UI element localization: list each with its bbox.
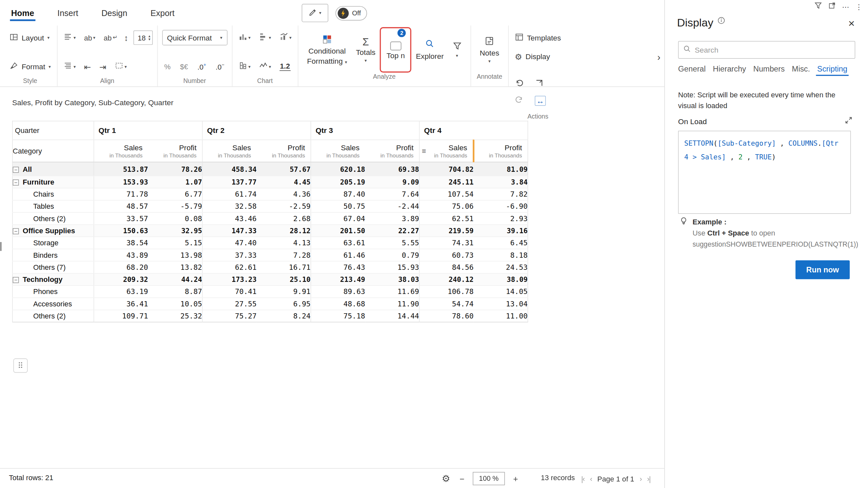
value-cell[interactable]: 11.90 <box>365 297 419 310</box>
value-cell[interactable]: 37.33 <box>203 249 256 261</box>
collapse-icon[interactable]: − <box>13 179 19 185</box>
measure-header[interactable]: Salesin Thousands <box>311 140 365 162</box>
value-cell[interactable]: 1.07 <box>148 176 203 188</box>
row-label-cell[interactable]: Chairs <box>12 188 94 200</box>
value-cell[interactable]: 71.78 <box>94 188 148 200</box>
zoom-in-button[interactable]: + <box>512 474 519 483</box>
value-cell[interactable]: 201.50 <box>311 225 365 237</box>
table-row[interactable]: −Furniture153.931.07137.774.45205.199.09… <box>12 176 528 188</box>
value-cell[interactable]: 75.06 <box>420 200 474 212</box>
value-cell[interactable]: 2.68 <box>256 212 311 224</box>
value-cell[interactable]: 61.46 <box>311 249 365 261</box>
value-cell[interactable]: 43.46 <box>203 212 256 224</box>
row-label-cell[interactable]: −All <box>12 162 94 176</box>
close-panel-button[interactable]: × <box>848 18 855 29</box>
tab-hierarchy[interactable]: Hierarchy <box>713 64 746 76</box>
quarter-column-header[interactable]: Qtr 3 <box>311 121 419 140</box>
value-cell[interactable]: 84.56 <box>420 261 474 274</box>
value-cell[interactable]: 5.55 <box>365 237 419 249</box>
value-cell[interactable]: 63.61 <box>311 237 365 249</box>
value-cell[interactable]: 27.55 <box>203 297 256 310</box>
quarter-column-header[interactable]: Qtr 1 <box>94 121 202 140</box>
value-cell[interactable]: 107.54 <box>420 188 474 200</box>
row-label-cell[interactable]: Others (2) <box>12 212 94 224</box>
value-cell[interactable]: 13.82 <box>148 261 203 274</box>
font-size-stepper[interactable]: 18 ▴▾ <box>133 30 152 45</box>
value-cell[interactable]: 4.13 <box>256 237 311 249</box>
value-cell[interactable]: -2.59 <box>256 200 311 212</box>
value-cell[interactable]: 74.31 <box>420 237 474 249</box>
row-label-cell[interactable]: Accessories <box>12 297 94 310</box>
quarter-column-header[interactable]: Qtr 4 <box>420 121 528 140</box>
value-cell[interactable]: 32.95 <box>148 225 203 237</box>
value-cell[interactable]: 153.93 <box>94 176 148 188</box>
drag-handle-button[interactable] <box>13 358 28 373</box>
value-cell[interactable]: 13.04 <box>474 297 528 310</box>
row-label-cell[interactable]: Others (7) <box>12 261 94 274</box>
value-cell[interactable]: 3.89 <box>365 212 419 224</box>
filter-icon[interactable] <box>814 2 822 12</box>
table-row[interactable]: Accessories36.4110.0527.556.9548.6811.90… <box>12 297 528 310</box>
tab-scripting[interactable]: Scripting <box>817 64 847 76</box>
row-label-cell[interactable]: Others (2) <box>12 310 94 322</box>
zoom-out-button[interactable]: − <box>459 474 466 483</box>
value-cell[interactable]: 11.69 <box>365 286 419 297</box>
decrease-indent-button[interactable]: ⇤ <box>82 61 93 71</box>
value-cell[interactable]: 10.05 <box>148 297 203 310</box>
format-button[interactable]: Format ▾ <box>8 60 53 73</box>
value-cell[interactable]: 213.49 <box>311 274 365 286</box>
collapse-panel-button[interactable]: › <box>655 51 663 64</box>
percent-format-button[interactable]: % <box>162 61 173 71</box>
value-cell[interactable]: 14.44 <box>365 310 419 322</box>
redo-button[interactable] <box>513 94 525 108</box>
stacked-chart-button[interactable]: ▾ <box>237 60 252 73</box>
value-cell[interactable]: 458.34 <box>203 162 256 176</box>
value-cell[interactable]: -5.79 <box>148 200 203 212</box>
value-cell[interactable]: -6.90 <box>474 200 528 212</box>
collapse-icon[interactable]: − <box>13 228 19 234</box>
value-cell[interactable]: 44.24 <box>148 274 203 286</box>
value-cell[interactable]: 240.12 <box>420 274 474 286</box>
currency-format-button[interactable]: $€ <box>178 61 190 71</box>
tab-home[interactable]: Home <box>10 3 35 23</box>
tab-insert[interactable]: Insert <box>56 3 79 23</box>
value-cell[interactable]: 15.93 <box>365 261 419 274</box>
table-row[interactable]: −Office Supplies150.6332.95147.3328.1220… <box>12 225 528 237</box>
resize-columns-button[interactable]: ↔ <box>533 95 548 107</box>
value-cell[interactable]: 219.59 <box>420 225 474 237</box>
value-cell[interactable]: 205.19 <box>311 176 365 188</box>
value-cell[interactable]: 4.45 <box>256 176 311 188</box>
quarter-column-header[interactable]: Qtr 2 <box>203 121 311 140</box>
collapse-icon[interactable]: − <box>13 277 19 283</box>
value-cell[interactable]: 150.63 <box>94 225 148 237</box>
expand-editor-icon[interactable] <box>845 116 852 126</box>
fit-to-window-button[interactable] <box>533 78 545 91</box>
last-page-button[interactable]: ›| <box>647 474 650 483</box>
value-cell[interactable]: 8.87 <box>148 286 203 297</box>
layout-button[interactable]: Layout ▾ <box>8 31 51 44</box>
bar-chart-button[interactable]: ▾ <box>237 31 252 45</box>
table-row[interactable]: Tables48.57-5.7932.58-2.5950.75-2.4475.0… <box>12 200 528 212</box>
wrap-text-button[interactable]: ab↵ <box>102 33 119 42</box>
value-cell[interactable]: 4.36 <box>256 188 311 200</box>
decimal-display-button[interactable]: 1.2 <box>278 61 292 72</box>
quick-format-dropdown[interactable]: Quick Format ▾ <box>162 30 227 46</box>
value-cell[interactable]: 173.23 <box>203 274 256 286</box>
increase-indent-button[interactable]: ⇥ <box>98 61 108 71</box>
row-height-icon[interactable]: ↕ <box>124 34 128 42</box>
table-row[interactable]: −Technology209.3244.24173.2325.10213.493… <box>12 274 528 286</box>
value-cell[interactable]: 69.38 <box>365 162 419 176</box>
value-cell[interactable]: 8.18 <box>474 249 528 261</box>
value-cell[interactable]: 513.87 <box>94 162 148 176</box>
edit-mode-button[interactable]: ▾ <box>302 4 328 22</box>
conditional-formatting-button[interactable]: Conditional Formatting ▾ <box>303 27 351 73</box>
table-row[interactable]: Binders43.8913.9837.337.2861.460.7960.73… <box>12 249 528 261</box>
value-cell[interactable]: 78.60 <box>420 310 474 322</box>
measure-header[interactable]: Profitin Thousands <box>365 140 419 162</box>
notes-button[interactable]: Notes ▾ <box>475 27 504 73</box>
tab-misc[interactable]: Misc. <box>792 64 810 76</box>
combo-chart-button[interactable]: ▾ <box>278 31 293 45</box>
totals-button[interactable]: Σ Totals ▾ <box>351 27 380 73</box>
value-cell[interactable]: 9.91 <box>256 286 311 297</box>
value-cell[interactable]: 9.09 <box>365 176 419 188</box>
